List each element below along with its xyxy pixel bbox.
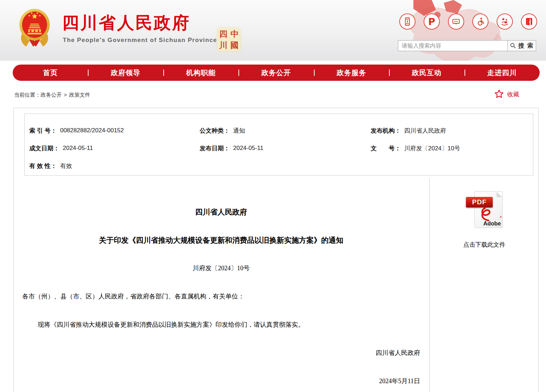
document-title: 关于印发《四川省推动大规模设备更新和消费品以旧换新实施方案》的通知	[22, 235, 420, 246]
meta-value: 通知	[233, 127, 245, 135]
seal-char: 中	[231, 29, 239, 40]
media-platform-icon[interactable]: P	[424, 13, 440, 30]
sichuan-map-watermark	[381, 0, 543, 61]
nav-item-gov-leaders[interactable]: 政府领导	[88, 65, 163, 81]
meta-label: 成文日期：	[29, 144, 59, 152]
meta-value: 川府发〔2024〕10号	[404, 144, 460, 152]
nav-item-gov-info[interactable]: 政务公开	[238, 65, 314, 81]
adobe-brand-label: Adobe	[483, 221, 501, 227]
registered-mark: ®	[500, 216, 502, 219]
nav-item-interaction[interactable]: 政民互动	[389, 65, 464, 81]
nav-label: 首页	[43, 68, 58, 78]
meta-label: 文 号：	[371, 144, 401, 152]
breadcrumb-link-gov-info[interactable]: 政务公开	[41, 92, 62, 98]
document-meta-table: 索 引 号： 008282882/2024-00152 公文种类： 通知 发布机…	[24, 114, 533, 176]
meta-label: 有 效 性：	[29, 162, 56, 170]
meta-written-date: 成文日期： 2024-05-11	[29, 139, 200, 157]
nav-item-about-sichuan[interactable]: 走进四川	[465, 65, 540, 81]
search-button[interactable]: 搜 索	[508, 40, 536, 51]
meta-doc-number: 文 号： 川府发〔2024〕10号	[371, 139, 533, 157]
meta-publish-date: 发布日期： 2024-05-11	[200, 139, 371, 157]
document-date: 2024年5月11日	[22, 376, 420, 386]
attachment-sidebar: ® PDF Adobe 点击下载此文件	[430, 179, 539, 249]
nav-item-gov-services[interactable]: 政务服务	[314, 65, 389, 81]
meta-index-number: 索 引 号： 008282882/2024-00152	[29, 122, 200, 139]
seal-char: 四	[219, 29, 228, 40]
meta-value: 2024-05-11	[233, 145, 263, 152]
favorite-label: 收藏	[507, 90, 519, 98]
document-signature: 四川省人民政府	[22, 348, 420, 358]
seal-char: 國	[231, 40, 239, 51]
meta-value: 2024-05-11	[63, 145, 93, 152]
meta-value: 四川省人民政府	[404, 127, 446, 135]
national-emblem-logo	[18, 7, 51, 48]
message-board-icon[interactable]	[448, 13, 464, 30]
seal-char: 川	[219, 40, 228, 51]
mobile-app-icon[interactable]	[399, 13, 415, 30]
nav-label: 走进四川	[487, 68, 517, 78]
p-glyph: P	[428, 17, 435, 26]
page: { "colors":{"nav_red":"#c8141c","brand_r…	[0, 0, 546, 392]
breadcrumb: 当前位置：政务公开>政策文件	[14, 92, 90, 98]
meta-doc-type: 公文种类： 通知	[200, 122, 371, 139]
accessibility-icon[interactable]	[472, 13, 489, 30]
nav-label: 机构职能	[186, 68, 216, 78]
site-title: 四川省人民政府	[62, 13, 190, 33]
search-icon	[510, 42, 516, 49]
document-body: 四川省人民政府 关于印发《四川省推动大规模设备更新和消费品以旧换新实施方案》的通…	[22, 179, 420, 392]
document-org-title: 四川省人民政府	[22, 207, 420, 217]
meta-label: 索 引 号：	[29, 127, 56, 135]
content-wrapper: 索 引 号： 008282882/2024-00152 公文种类： 通知 发布机…	[13, 108, 539, 392]
main-nav: 首页 政府领导 机构职能 政务公开 政务服务 政民互动 走进四川	[13, 65, 540, 81]
search-button-label: 搜 索	[518, 42, 534, 50]
document-number: 川府发〔2024〕10号	[22, 263, 420, 273]
meta-empty-cell	[371, 157, 533, 175]
nav-item-home[interactable]: 首页	[13, 65, 88, 81]
meta-label: 发布日期：	[200, 144, 230, 152]
nav-label: 政府领导	[111, 68, 140, 78]
nav-label: 政务服务	[336, 68, 366, 78]
nav-item-functions[interactable]: 机构职能	[163, 65, 238, 81]
meta-empty-cell	[200, 157, 371, 175]
document-paragraph: 现将《四川省推动大规模设备更新和消费品以旧换新实施方案》印发给你们，请认真贯彻落…	[22, 320, 420, 330]
nav-label: 政务公开	[261, 68, 291, 78]
meta-label: 发布机构：	[371, 127, 401, 135]
pdf-fold-corner	[497, 192, 502, 197]
meta-value: 有效	[60, 162, 72, 170]
pdf-banner: PDF	[466, 197, 493, 207]
meta-issuing-agency: 发布机构： 四川省人民政府	[371, 122, 533, 139]
breadcrumb-link-policy-docs[interactable]: 政策文件	[69, 92, 90, 98]
breadcrumb-separator: >	[64, 92, 67, 98]
breadcrumb-prefix: 当前位置：	[14, 92, 41, 98]
sichuan-seal-stamp: 四 中 川 國	[218, 28, 240, 51]
login-door-icon[interactable]	[521, 13, 537, 30]
site-subtitle-english: The People's Government of Sichuan Provi…	[63, 37, 217, 44]
meta-label: 公文种类：	[200, 127, 230, 135]
document-salutation: 各市（州）、县（市、区）人民政府，省政府各部门、各直属机构，有关单位：	[22, 291, 420, 301]
star-icon	[494, 89, 504, 99]
meta-value: 008282882/2024-00152	[60, 127, 124, 134]
acrobat-swoosh-icon	[477, 207, 493, 222]
search-input[interactable]	[398, 40, 508, 51]
favorite-button[interactable]: 收藏	[494, 89, 519, 99]
care-version-icon[interactable]	[497, 13, 513, 30]
meta-validity: 有 效 性： 有效	[29, 157, 200, 175]
pdf-file-icon[interactable]: ® PDF Adobe	[466, 191, 503, 229]
download-file-link[interactable]: 点击下载此文件	[463, 241, 505, 249]
page-header: 四川省人民政府 The People's Government of Sichu…	[0, 0, 546, 61]
nav-label: 政民互动	[412, 68, 442, 78]
